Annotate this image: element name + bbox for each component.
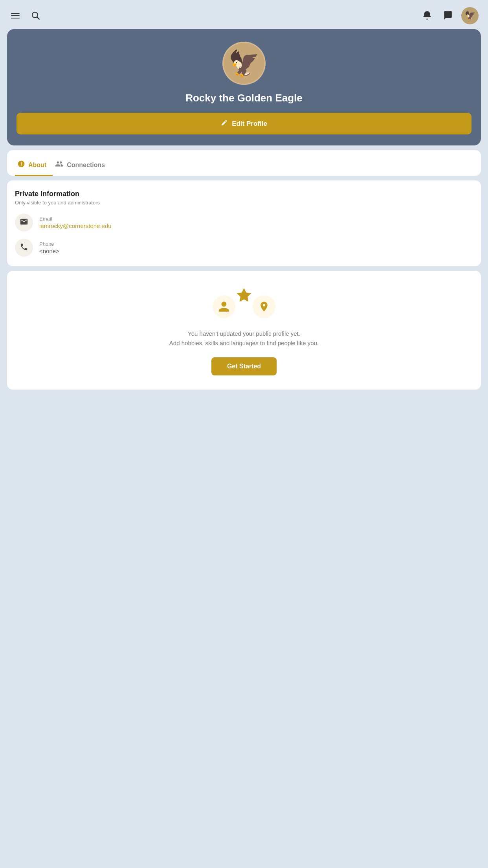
profile-name: Rocky the Golden Eagle xyxy=(185,92,303,104)
get-started-button[interactable]: Get Started xyxy=(211,357,277,375)
hamburger-icon xyxy=(11,11,20,20)
pencil-icon xyxy=(221,119,228,128)
public-desc-line2: Add hobbies, skills and languages to fin… xyxy=(169,340,319,346)
person-icon-circle xyxy=(213,295,235,318)
chat-icon xyxy=(442,10,453,22)
public-desc-line1: You haven't updated your public profile … xyxy=(188,330,300,337)
star-icon-circle xyxy=(235,287,253,304)
connections-icon xyxy=(55,160,64,170)
private-info-title: Private Information xyxy=(15,190,473,198)
private-info-subtitle: Only visible to you and administrators xyxy=(15,200,473,206)
public-profile-description: You haven't updated your public profile … xyxy=(169,329,319,348)
profile-avatar: 🦅 xyxy=(222,42,266,85)
phone-value: <none> xyxy=(39,248,59,254)
public-icons-row xyxy=(209,287,279,318)
phone-label: Phone xyxy=(39,241,59,247)
messages-button[interactable] xyxy=(441,9,454,23)
top-bar: 🦅 xyxy=(0,0,488,29)
info-icon: i xyxy=(17,160,25,170)
profile-card: 🦅 Rocky the Golden Eagle Edit Profile xyxy=(7,29,481,145)
top-bar-left xyxy=(9,9,42,23)
search-icon xyxy=(31,11,40,21)
notifications-button[interactable] xyxy=(420,9,434,23)
top-bar-right: 🦅 xyxy=(420,7,479,24)
phone-row: Phone <none> xyxy=(15,239,473,257)
tab-about[interactable]: i About xyxy=(15,156,53,176)
tab-about-label: About xyxy=(28,162,46,169)
edit-profile-button[interactable]: Edit Profile xyxy=(17,113,471,134)
search-button[interactable] xyxy=(29,9,42,23)
email-label: Email xyxy=(39,216,112,222)
location-icon-circle xyxy=(253,295,275,318)
email-row: Email iamrocky@cornerstone.edu xyxy=(15,213,473,232)
user-avatar-small[interactable]: 🦅 xyxy=(461,7,479,24)
private-info-card: Private Information Only visible to you … xyxy=(7,180,481,266)
tab-connections-label: Connections xyxy=(67,162,105,169)
email-icon xyxy=(20,217,28,228)
phone-icon xyxy=(20,243,28,253)
edit-profile-label: Edit Profile xyxy=(232,120,267,128)
email-info: Email iamrocky@cornerstone.edu xyxy=(39,216,112,229)
svg-line-1 xyxy=(37,17,40,19)
email-icon-circle xyxy=(15,213,33,232)
menu-button[interactable] xyxy=(9,10,21,22)
email-value: iamrocky@cornerstone.edu xyxy=(39,223,112,229)
page-content: 🦅 Rocky the Golden Eagle Edit Profile i … xyxy=(0,29,488,401)
phone-info: Phone <none> xyxy=(39,241,59,254)
tab-connections[interactable]: Connections xyxy=(53,156,111,176)
bell-icon xyxy=(422,10,432,22)
public-profile-card: You haven't updated your public profile … xyxy=(7,271,481,390)
phone-icon-circle xyxy=(15,239,33,257)
tabs-card: i About Connections xyxy=(7,150,481,176)
